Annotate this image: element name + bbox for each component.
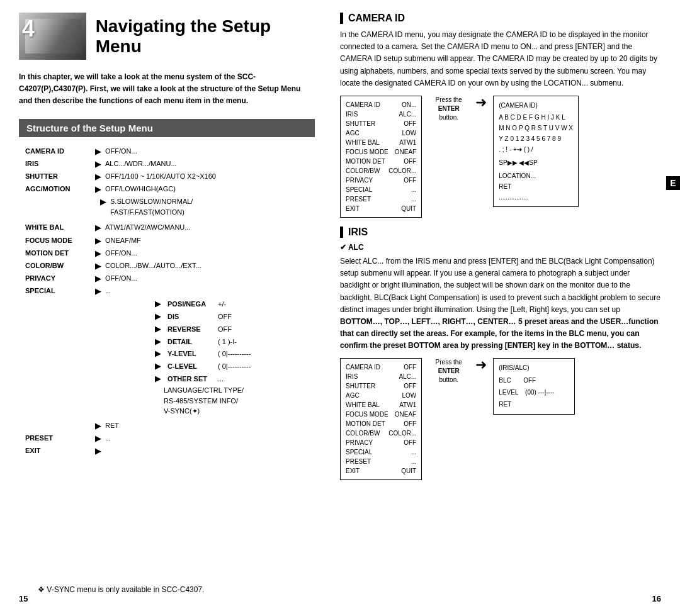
camid-lbl-10: PRESET bbox=[346, 194, 371, 204]
iris-subtitle: ALC bbox=[340, 243, 661, 252]
arrow-reverse: ▶ bbox=[155, 323, 161, 335]
arrow-agc: ▶ bbox=[95, 184, 101, 195]
menu-label-preset: PRESET bbox=[25, 433, 91, 444]
special-sub-reverse: ▶ REVERSE OFF bbox=[151, 323, 315, 335]
sub-row-location: LOCATION... bbox=[499, 171, 573, 181]
menu-label-special: SPECIAL bbox=[25, 286, 91, 296]
page-number-right: 16 bbox=[652, 594, 661, 603]
sub-row-sp: SP▶▶ ◀◀SP bbox=[499, 157, 573, 168]
camera-id-submenu-box: (CAMERA ID) A B C D E F G H I J K L M N … bbox=[493, 96, 579, 207]
sub-row-special-chars: . ; ! - +➜ ( ) / bbox=[499, 144, 573, 155]
label-dis: DIS bbox=[167, 311, 218, 323]
iris-val-3: LOW bbox=[402, 391, 416, 400]
iris-sub-ret: RET bbox=[499, 398, 569, 410]
camid-lbl-4: WHITE BAL bbox=[346, 138, 380, 147]
camid-val-8: OFF bbox=[404, 176, 416, 185]
menu-val-whitebal: ATW1/ATW2/AWC/MANU... bbox=[105, 222, 190, 233]
iris-val-1: ALC... bbox=[399, 372, 416, 381]
val-ret: RET bbox=[105, 420, 119, 431]
iris-row-5: FOCUS MODEONEAF bbox=[346, 410, 416, 419]
camera-id-menu-display: CAMERA IDON... IRISALC... SHUTTEROFF AGC… bbox=[340, 96, 661, 218]
camid-lbl-9: SPECIAL bbox=[346, 185, 372, 194]
menu-val-special: ... bbox=[105, 286, 111, 296]
press-label-cameraid: Press the ENTER button. bbox=[436, 96, 462, 122]
camid-val-6: OFF bbox=[404, 157, 416, 166]
arrow-dis: ▶ bbox=[155, 311, 161, 322]
val-clevel: ( 0|---------- bbox=[218, 361, 251, 372]
menu-row-ret-special: ▶ RET bbox=[25, 420, 315, 432]
camid-val-9: ... bbox=[411, 185, 416, 194]
menu-row-colorbw: COLOR/BW ▶ COLOR.../BW.../AUTO.../EXT... bbox=[25, 260, 315, 272]
special-sub-clevel: ▶ C-LEVEL ( 0|---------- bbox=[151, 361, 315, 372]
press-enter-cameraid: Press the ENTER button. bbox=[428, 96, 469, 122]
iris-body: Select ALC... from the IRIS menu and pre… bbox=[340, 255, 661, 352]
iris-val-9: ... bbox=[411, 447, 416, 457]
iris-lbl-0: CAMERA ID bbox=[346, 362, 380, 372]
camid-row-11: EXITQUIT bbox=[346, 204, 416, 213]
camid-val-5: ONEAF bbox=[395, 147, 416, 157]
menu-val-cameraid: OFF/ON... bbox=[105, 146, 137, 157]
camid-lbl-1: IRIS bbox=[346, 109, 358, 119]
special-sub-dis: ▶ DIS OFF bbox=[151, 311, 315, 323]
iris-row-6: MOTION DETOFF bbox=[346, 419, 416, 428]
iris-lbl-4: WHITE BAL bbox=[346, 400, 380, 410]
camera-id-body: In the CAMERA ID menu, you may designate… bbox=[340, 29, 661, 89]
menu-row-exit: EXIT ▶ bbox=[25, 445, 315, 457]
iris-val-7: COLOR... bbox=[388, 428, 416, 438]
menu-label-shutter: SHUTTER bbox=[25, 171, 91, 182]
chapter-image: 4 bbox=[19, 13, 86, 60]
menu-label-cameraid: CAMERA ID bbox=[25, 146, 91, 157]
iris-row-1: IRISALC... bbox=[346, 372, 416, 381]
arrow-ret: ▶ bbox=[95, 420, 101, 432]
arrow-privacy: ▶ bbox=[95, 273, 101, 284]
camid-row-0: CAMERA IDON... bbox=[346, 100, 416, 109]
label-clevel: C-LEVEL bbox=[167, 361, 218, 372]
iris-lbl-6: MOTION DET bbox=[346, 419, 385, 428]
camid-row-7: COLOR/BWCOLOR... bbox=[346, 166, 416, 176]
iris-row-4: WHITE BALATW1 bbox=[346, 400, 416, 410]
camid-val-10: ... bbox=[411, 194, 416, 204]
iris-lbl-2: SHUTTER bbox=[346, 381, 375, 391]
arrow-exit: ▶ bbox=[95, 445, 101, 457]
label-detail: DETAIL bbox=[167, 336, 218, 348]
camid-val-3: LOW bbox=[402, 128, 416, 138]
menu-row-agc: AGC/MOTION ▶ OFF/LOW/HIGH(AGC) bbox=[25, 184, 315, 195]
menu-row-cameraid: CAMERA ID ▶ OFF/ON... bbox=[25, 146, 315, 157]
camid-lbl-0: CAMERA ID bbox=[346, 100, 380, 109]
menu-diagram: CAMERA ID ▶ OFF/ON... IRIS ▶ ALC.../WDR.… bbox=[25, 146, 315, 457]
iris-val-11: QUIT bbox=[401, 466, 416, 476]
label-reverse: REVERSE bbox=[167, 323, 218, 335]
menu-row-whitebal: WHITE BAL ▶ ATW1/ATW2/AWC/MANU... bbox=[25, 222, 315, 233]
chapter-number: 4 bbox=[22, 16, 35, 42]
special-sub-ylevel: ▶ Y-LEVEL ( 0|---------- bbox=[151, 348, 315, 360]
menu-row-focusmode: FOCUS MODE ▶ ONEAF/MF bbox=[25, 235, 315, 247]
arrow-to-submenu-cameraid: ➜ bbox=[475, 96, 487, 109]
camid-row-8: PRIVACYOFF bbox=[346, 176, 416, 185]
otherset-rs485: RS-485/SYSTEM INFO/ bbox=[164, 396, 315, 406]
menu-label-whitebal: WHITE BAL bbox=[25, 222, 91, 233]
page-number-left: 15 bbox=[19, 594, 28, 603]
iris-row-2: SHUTTEROFF bbox=[346, 381, 416, 391]
otherset-lang: LANGUAGE/CTRL TYPE/ bbox=[164, 385, 315, 396]
iris-row-7: COLOR/BWCOLOR... bbox=[346, 428, 416, 438]
otherset-vsync: V-SYNC(✦) bbox=[164, 406, 315, 417]
submenu-content-cameraid: A B C D E F G H I J K L M N O P Q R S T … bbox=[499, 112, 573, 203]
camid-lbl-5: FOCUS MODE bbox=[346, 147, 388, 157]
val-otherset: ... bbox=[218, 373, 224, 385]
val-detail: ( 1 )-I- bbox=[218, 336, 237, 348]
menu-row-iris: IRIS ▶ ALC.../WDR.../MANU... bbox=[25, 159, 315, 170]
chapter-title: Navigating the Setup Menu bbox=[96, 16, 315, 57]
arrow-clevel: ▶ bbox=[155, 361, 161, 372]
menu-val-motiondet: OFF/ON... bbox=[105, 248, 137, 259]
arrow-cameraid: ▶ bbox=[95, 146, 101, 157]
menu-row-agc2: ▶ S.SLOW/SLOW/NORMAL/FAST/F.FAST(MOTION) bbox=[96, 196, 315, 217]
camid-row-10: PRESET... bbox=[346, 194, 416, 204]
menu-label-iris: IRIS bbox=[25, 159, 91, 169]
left-column: 4 Navigating the Setup Menu In this chap… bbox=[0, 0, 327, 616]
label-posinega: POSI/NEGA bbox=[167, 298, 218, 310]
menu-val-iris: ALC.../WDR.../MANU... bbox=[105, 159, 177, 169]
camid-lbl-7: COLOR/BW bbox=[346, 166, 380, 176]
iris-submenu-box: (IRIS/ALC) BLC OFF LEVEL (00) ---|---- R… bbox=[493, 358, 575, 415]
arrow-motiondet: ▶ bbox=[95, 248, 101, 259]
iris-val-8: OFF bbox=[404, 438, 416, 447]
